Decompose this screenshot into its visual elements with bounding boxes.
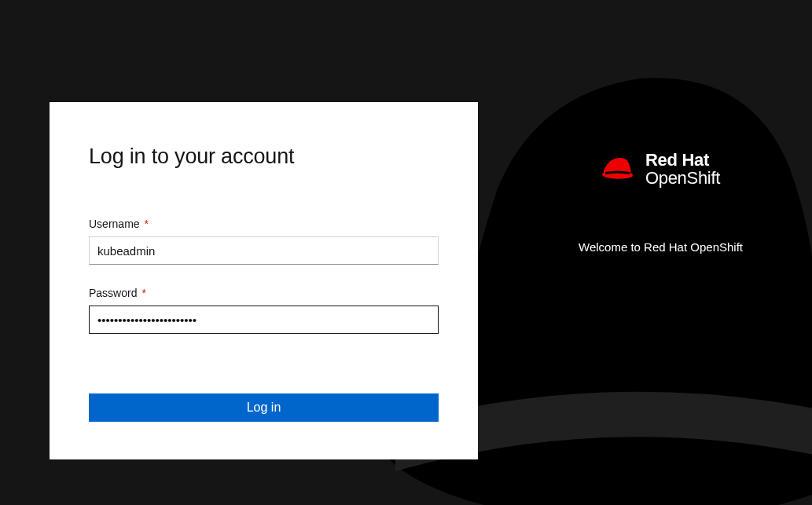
login-button[interactable]: Log in [89,393,439,422]
username-label: Username [89,218,140,230]
required-star-icon: * [145,218,149,229]
required-star-icon: * [141,287,145,298]
login-title: Log in to your account [89,145,439,169]
password-group: Password * [89,287,439,334]
username-input[interactable] [89,236,439,265]
welcome-text: Welcome to Red Hat OpenShift [579,240,743,254]
password-input[interactable] [89,306,439,334]
password-label: Password [89,287,137,299]
brand-line2: OpenShift [645,169,720,187]
brand-line1: Red Hat [645,151,720,169]
login-card: Log in to your account Username * Passwo… [50,102,478,459]
brand-panel: Red Hat OpenShift Welcome to Red Hat Ope… [478,151,812,254]
username-group: Username * [89,218,439,265]
brand-logo: Red Hat OpenShift [601,151,720,187]
redhat-fedora-icon [601,155,634,183]
